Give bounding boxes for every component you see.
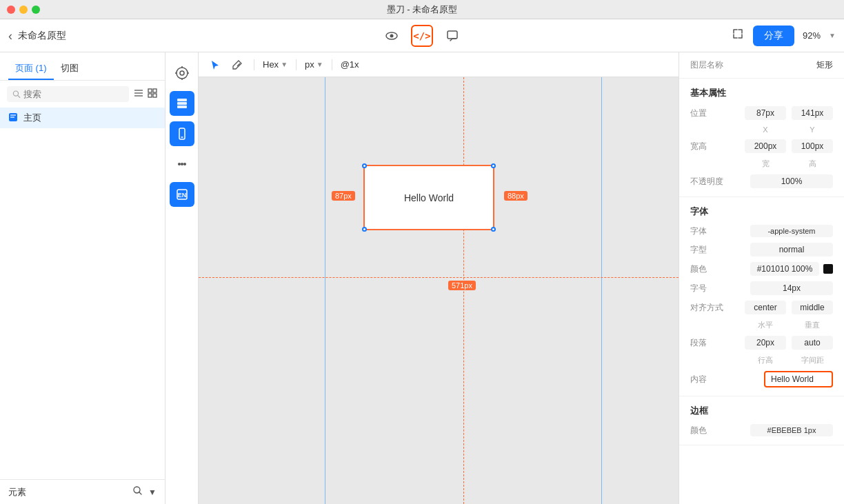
header-right: 分享 92% ▼: [731, 26, 836, 46]
elements-section: 元素 ▼: [0, 479, 165, 504]
x-sub-label: X: [745, 125, 786, 134]
border-color-value[interactable]: #EBEBEB 1px: [750, 424, 833, 436]
align-label: 对齐方式: [690, 302, 725, 314]
titlebar: 墨刀 - 未命名原型: [0, 0, 844, 19]
font-style-value[interactable]: normal: [750, 243, 833, 256]
handle-tl[interactable]: [362, 163, 367, 168]
px-dropdown-icon: ▼: [316, 61, 323, 68]
letter-spacing-value[interactable]: auto: [792, 336, 833, 350]
height-sub-label: 高: [792, 159, 833, 169]
header-center-tools: </>: [381, 25, 463, 47]
preview-button[interactable]: [381, 25, 403, 47]
font-size-value[interactable]: 14px: [750, 281, 833, 295]
width-sub-label: 宽: [745, 159, 786, 169]
mobile-tool[interactable]: [170, 121, 194, 146]
window-controls[interactable]: [7, 6, 40, 14]
position-values: 87px 141px: [745, 106, 833, 120]
align-v-value[interactable]: middle: [792, 301, 833, 314]
sidebar-tabs: 页面 (1) 切图: [0, 52, 165, 81]
pos-x-group: 87px: [745, 106, 786, 120]
handle-bl[interactable]: [362, 227, 367, 232]
elements-icons: ▼: [132, 485, 157, 498]
font-family-label: 字体: [690, 225, 725, 237]
align-h-value[interactable]: center: [745, 301, 786, 314]
border-section: 边框 颜色 #EBEBEB 1px: [679, 396, 844, 445]
unit-select[interactable]: px ▼: [305, 59, 323, 70]
search-icon: [12, 90, 21, 99]
tab-pages[interactable]: 页面 (1): [8, 58, 54, 80]
window-title: 墨刀 - 未命名原型: [387, 3, 458, 16]
maximize-dot[interactable]: [32, 6, 40, 14]
cursor-tool[interactable]: [207, 57, 223, 73]
zoom-level[interactable]: 92%: [803, 30, 821, 41]
grid-view-icon[interactable]: [147, 88, 158, 101]
svg-point-17: [177, 68, 188, 79]
header-toolbar: ‹ 未命名原型 </> 分享 92% ▼: [0, 19, 844, 52]
font-color-value[interactable]: #101010 100%: [750, 262, 819, 276]
height-value[interactable]: 100px: [792, 139, 833, 153]
back-button[interactable]: ‹: [8, 30, 12, 42]
y-sub-label: Y: [792, 125, 833, 134]
layer-name-label: 图层名称: [690, 59, 723, 71]
opacity-value[interactable]: 100%: [750, 174, 833, 188]
dashed-bottom-line: [199, 277, 679, 278]
letter-spacing-sub: 字间距: [792, 355, 833, 365]
line-height-value[interactable]: 20px: [745, 336, 786, 350]
scale-label: @1x: [341, 59, 359, 70]
search-input[interactable]: [23, 89, 123, 99]
pos-x-value[interactable]: 87px: [745, 106, 786, 120]
content-row: 内容 Hello World: [690, 371, 833, 387]
canvas-content[interactable]: 87px 88px 571px Hello World: [199, 77, 679, 504]
minimize-dot[interactable]: [19, 6, 28, 14]
elements-dropdown-icon[interactable]: ▼: [148, 487, 157, 497]
elements-label: 元素: [8, 486, 26, 498]
color-format-select[interactable]: Hex ▼: [263, 59, 288, 70]
page-icon: [8, 112, 18, 124]
position-label: 位置: [690, 108, 725, 119]
measure-right-label: 88px: [504, 191, 528, 201]
canvas-element-rect[interactable]: Hello World: [363, 165, 494, 230]
right-panel: 图层名称 矩形 基本属性 位置 87px 141px: [679, 52, 844, 504]
layer-tool[interactable]: [170, 91, 194, 116]
dashed-center-line: [463, 77, 464, 504]
expand-button[interactable]: [731, 27, 745, 44]
handle-tr[interactable]: [491, 163, 496, 168]
paragraph-sublabels: 行高 字间距: [690, 355, 833, 365]
prototype-tool[interactable]: EN: [170, 182, 194, 207]
paragraph-label: 段落: [690, 337, 725, 349]
font-family-value[interactable]: -apple-system: [750, 225, 833, 237]
comment-button[interactable]: [441, 25, 463, 47]
font-style-label: 字型: [690, 244, 725, 256]
list-view-icon[interactable]: [133, 88, 144, 101]
scale-select[interactable]: @1x: [341, 59, 359, 70]
search-input-wrap[interactable]: [7, 86, 129, 102]
font-section-title: 字体: [690, 205, 833, 218]
position-row: 位置 87px 141px: [690, 106, 833, 120]
more-tool[interactable]: [170, 152, 194, 177]
width-value[interactable]: 200px: [745, 139, 786, 153]
zoom-dropdown-icon[interactable]: ▼: [829, 32, 836, 39]
target-tool[interactable]: [170, 61, 194, 85]
sidebar-item-homepage[interactable]: 主页: [0, 108, 165, 128]
font-family-row: 字体 -apple-system: [690, 225, 833, 237]
svg-rect-24: [177, 102, 187, 105]
pos-y-value[interactable]: 141px: [792, 106, 833, 120]
picker-tool[interactable]: [229, 57, 245, 73]
handle-br[interactable]: [491, 227, 496, 232]
left-sidebar: 页面 (1) 切图: [0, 52, 165, 504]
opacity-label: 不透明度: [690, 176, 725, 188]
tab-slices[interactable]: 切图: [54, 58, 86, 80]
svg-line-4: [18, 95, 20, 97]
color-swatch: [823, 264, 833, 274]
toolbar-divider3: [332, 59, 332, 70]
share-button[interactable]: 分享: [753, 26, 794, 46]
pos-y-group: 141px: [792, 106, 833, 120]
measure-left-label: 87px: [332, 191, 355, 201]
border-section-title: 边框: [690, 405, 833, 417]
close-dot[interactable]: [7, 6, 15, 14]
code-view-button[interactable]: </>: [411, 25, 433, 47]
elements-search-icon[interactable]: [132, 485, 143, 498]
canvas-area: Hex ▼ px ▼ @1x: [199, 52, 679, 504]
size-values: 200px 100px: [745, 139, 833, 153]
content-value[interactable]: Hello World: [764, 371, 833, 387]
